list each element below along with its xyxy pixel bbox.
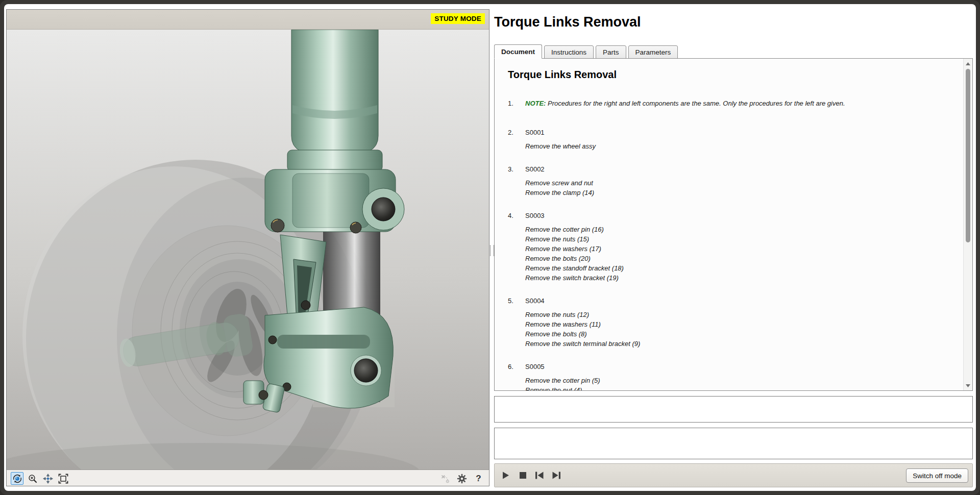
viewport-header: STUDY MODE [7, 10, 489, 30]
stop-icon [519, 472, 527, 479]
step-id: S0004 [525, 296, 959, 306]
tab-label: Document [501, 48, 535, 56]
window-content: STUDY MODE [4, 4, 976, 491]
study-mode-badge: STUDY MODE [431, 13, 485, 24]
doc-steps: 1.NOTE: Procedures for the right and lef… [508, 98, 959, 390]
panel-splitter[interactable] [489, 4, 494, 491]
orbit-icon [12, 474, 22, 484]
tab-parts[interactable]: Parts [596, 45, 626, 59]
doc-step: 3.S0002Remove screw and nutRemove the cl… [508, 164, 959, 197]
doc-step: 2.S0001Remove the wheel assy [508, 128, 959, 151]
step-number: 3. [508, 164, 525, 197]
message-box-top[interactable] [494, 396, 973, 423]
switch-off-mode-button[interactable]: Switch off mode [906, 468, 968, 483]
doc-substep: Remove the bolts (8) [525, 329, 959, 339]
app-window: STUDY MODE [0, 0, 980, 495]
step-body: S0005Remove the cotter pin (5)Remove the… [525, 362, 959, 390]
doc-substep: Remove the switch terminal bracket (9) [525, 339, 959, 349]
scrollbar-thumb[interactable] [966, 69, 970, 242]
step-body: S0001Remove the wheel assy [525, 128, 959, 151]
step-number: 6. [508, 362, 525, 390]
step-body: S0002Remove screw and nutRemove the clam… [525, 164, 959, 197]
skip-to-end-button[interactable] [550, 469, 562, 482]
tab-document[interactable]: Document [494, 44, 542, 59]
document-pane: Torque Links Removal 1.NOTE: Procedures … [494, 58, 973, 391]
document-heading: Torque Links Removal [508, 68, 959, 81]
trajectory-tool-button [438, 472, 451, 485]
step-number: 4. [508, 211, 525, 283]
help-tool-button[interactable]: ? [472, 472, 485, 485]
note-line: NOTE: Procedures for the right and left … [525, 98, 959, 108]
substeps: Remove the cotter pin (16)Remove the nut… [525, 225, 959, 283]
doc-substep: Remove the nuts (15) [525, 234, 959, 244]
substeps: Remove the wheel assy [525, 141, 959, 151]
skip-to-start-button[interactable] [533, 469, 546, 482]
tab-label: Instructions [551, 48, 586, 56]
step-number: 1. [508, 98, 525, 108]
step-body: NOTE: Procedures for the right and left … [525, 98, 959, 108]
step-id: S0005 [525, 362, 959, 372]
trajectory-icon [440, 474, 450, 484]
doc-substep: Remove the cotter pin (16) [525, 225, 959, 234]
step-body: S0003Remove the cotter pin (16)Remove th… [525, 211, 959, 283]
tab-parameters[interactable]: Parameters [628, 45, 678, 59]
doc-substep: Remove the washers (11) [525, 319, 959, 329]
document-scrollbar[interactable] [963, 59, 972, 390]
message-box-bottom[interactable] [494, 428, 973, 459]
tab-label: Parts [603, 48, 619, 56]
help-icon: ? [476, 474, 481, 483]
gear-icon [457, 474, 467, 484]
doc-substep: Remove the nuts (12) [525, 310, 959, 319]
stop-button[interactable] [517, 469, 529, 482]
play-button[interactable] [500, 469, 512, 482]
step-number: 2. [508, 128, 525, 151]
doc-substep: Remove the nut (4) [525, 385, 959, 390]
doc-substep: Remove the bolts (20) [525, 254, 959, 263]
3d-viewport[interactable]: STUDY MODE [6, 9, 489, 486]
step-number: 5. [508, 296, 525, 349]
doc-substep: Remove the washers (17) [525, 244, 959, 254]
step-id: S0001 [525, 128, 959, 137]
viewport-toolbar: ? [7, 469, 489, 486]
note-text: Procedures for the right and left compon… [546, 100, 845, 107]
doc-substep: Remove screw and nut [525, 178, 959, 188]
scroll-up-icon[interactable] [964, 60, 972, 67]
page-title: Torque Links Removal [494, 14, 641, 30]
pan-tool-button[interactable] [41, 472, 54, 485]
doc-substep: Remove the standoff bracket (18) [525, 263, 959, 273]
step-body: S0004Remove the nuts (12)Remove the wash… [525, 296, 959, 349]
settings-tool-button[interactable] [455, 472, 468, 485]
step-id: S0003 [525, 211, 959, 220]
doc-step: 5.S0004Remove the nuts (12)Remove the wa… [508, 296, 959, 349]
fit-tool-button[interactable] [57, 472, 69, 485]
substeps: Remove screw and nutRemove the clamp (14… [525, 178, 959, 197]
tab-label: Parameters [635, 48, 671, 56]
tab-bar: Document Instructions Parts Parameters [494, 44, 680, 59]
substeps: Remove the nuts (12)Remove the washers (… [525, 310, 959, 349]
doc-step: 6.S0005Remove the cotter pin (5)Remove t… [508, 362, 959, 390]
substeps: Remove the cotter pin (5)Remove the nut … [525, 376, 959, 390]
pan-icon [43, 474, 53, 484]
3d-scene[interactable] [7, 30, 489, 470]
skip-to-end-icon [552, 472, 560, 479]
doc-step: 4.S0003Remove the cotter pin (16)Remove … [508, 211, 959, 283]
doc-substep: Remove the clamp (14) [525, 188, 959, 197]
skip-to-start-icon [535, 472, 544, 479]
play-icon [502, 472, 510, 479]
scroll-down-icon[interactable] [964, 382, 972, 389]
playback-control-bar: Switch off mode [494, 463, 973, 487]
zoom-tool-button[interactable] [26, 472, 39, 485]
fit-to-view-icon [58, 474, 68, 484]
step-id: S0002 [525, 164, 959, 174]
doc-step: 1.NOTE: Procedures for the right and lef… [508, 98, 959, 108]
zoom-icon [28, 474, 38, 484]
doc-substep: Remove the wheel assy [525, 141, 959, 151]
doc-substep: Remove the switch bracket (19) [525, 273, 959, 283]
document-content: Torque Links Removal 1.NOTE: Procedures … [495, 59, 964, 390]
doc-substep: Remove the cotter pin (5) [525, 376, 959, 385]
tab-instructions[interactable]: Instructions [544, 45, 594, 59]
splitter-grip-icon [490, 245, 494, 256]
orbit-tool-button[interactable] [11, 472, 23, 485]
note-label: NOTE: [525, 100, 546, 107]
